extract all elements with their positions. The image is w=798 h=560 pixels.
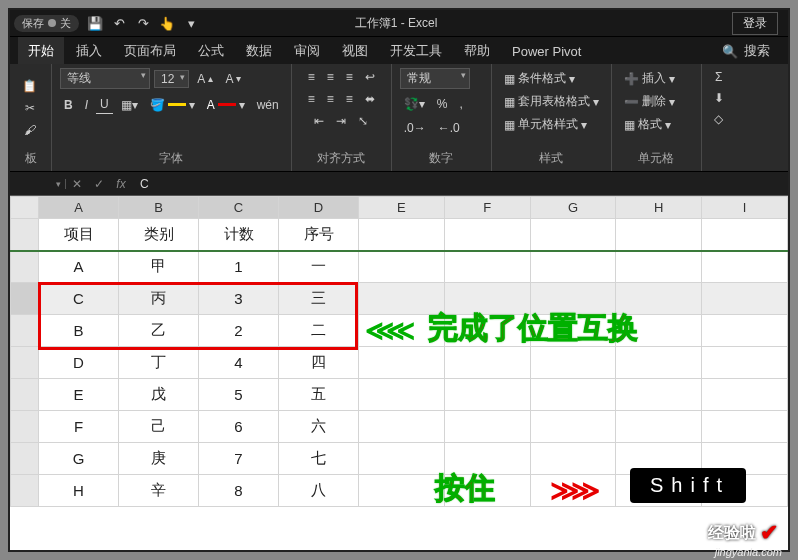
cell[interactable]: E — [39, 379, 119, 411]
table-row[interactable]: E 戊 5 五 — [11, 379, 788, 411]
cell[interactable]: F — [39, 411, 119, 443]
format-cells-button[interactable]: ▦ 格式 ▾ — [620, 114, 675, 135]
fill-color-button[interactable]: 🪣▾ — [146, 96, 199, 114]
align-right-icon[interactable]: ≡ — [342, 90, 357, 108]
cell[interactable]: 1 — [199, 251, 279, 283]
indent-left-icon[interactable]: ⇤ — [310, 112, 328, 130]
table-row[interactable]: F 己 6 六 — [11, 411, 788, 443]
cell[interactable]: 庚 — [119, 443, 199, 475]
format-painter-icon[interactable]: 🖌 — [20, 121, 40, 139]
insert-cells-button[interactable]: ➕ 插入 ▾ — [620, 68, 679, 89]
font-name-select[interactable]: 等线 — [60, 68, 150, 89]
table-row[interactable]: A 甲 1 一 — [11, 251, 788, 283]
col-header[interactable]: E — [359, 197, 445, 219]
col-header[interactable]: G — [530, 197, 616, 219]
cell[interactable]: 乙 — [119, 315, 199, 347]
col-header[interactable]: B — [119, 197, 199, 219]
merge-icon[interactable]: ⬌ — [361, 90, 379, 108]
cut-icon[interactable]: ✂ — [21, 99, 39, 117]
cell[interactable]: 8 — [199, 475, 279, 507]
search-box[interactable]: 🔍 搜索 — [712, 37, 780, 64]
cell[interactable]: 三 — [279, 283, 359, 315]
save-icon[interactable]: 💾 — [87, 15, 103, 31]
cell[interactable]: 5 — [199, 379, 279, 411]
cancel-icon[interactable]: ✕ — [66, 177, 88, 191]
cell[interactable]: 辛 — [119, 475, 199, 507]
col-header[interactable]: F — [444, 197, 530, 219]
tab-powerpivot[interactable]: Power Pivot — [502, 39, 591, 63]
tab-formulas[interactable]: 公式 — [188, 37, 234, 64]
formula-input[interactable]: C — [132, 177, 788, 191]
italic-button[interactable]: I — [81, 96, 92, 114]
table-row[interactable]: 项目 类别 计数 序号 — [11, 219, 788, 251]
login-button[interactable]: 登录 — [732, 12, 778, 35]
col-header[interactable]: H — [616, 197, 702, 219]
increase-font-icon[interactable]: A▴ — [193, 70, 217, 88]
tab-review[interactable]: 审阅 — [284, 37, 330, 64]
row-header[interactable] — [11, 219, 39, 251]
comma-icon[interactable]: , — [455, 95, 466, 113]
cell[interactable]: 七 — [279, 443, 359, 475]
row-header[interactable] — [11, 315, 39, 347]
align-top-icon[interactable]: ≡ — [304, 68, 319, 86]
tab-developer[interactable]: 开发工具 — [380, 37, 452, 64]
wrap-text-icon[interactable]: ↩ — [361, 68, 379, 86]
row-header[interactable] — [11, 379, 39, 411]
tab-insert[interactable]: 插入 — [66, 37, 112, 64]
select-all-corner[interactable] — [11, 197, 39, 219]
autosave-toggle[interactable]: 保存 关 — [14, 15, 79, 32]
cell[interactable]: 戊 — [119, 379, 199, 411]
qat-more-icon[interactable]: ▾ — [183, 15, 199, 31]
table-row[interactable]: D 丁 4 四 — [11, 347, 788, 379]
row-header[interactable] — [11, 443, 39, 475]
tab-data[interactable]: 数据 — [236, 37, 282, 64]
tab-home[interactable]: 开始 — [18, 37, 64, 64]
align-left-icon[interactable]: ≡ — [304, 90, 319, 108]
row-header[interactable] — [11, 251, 39, 283]
increase-decimal-icon[interactable]: .0→ — [400, 119, 430, 137]
tab-help[interactable]: 帮助 — [454, 37, 500, 64]
cell[interactable]: 丙 — [119, 283, 199, 315]
row-header[interactable] — [11, 411, 39, 443]
cell[interactable]: 甲 — [119, 251, 199, 283]
cell[interactable]: A — [39, 251, 119, 283]
cell[interactable]: C — [39, 283, 119, 315]
autosum-icon[interactable]: Σ — [711, 68, 726, 86]
cell[interactable]: 二 — [279, 315, 359, 347]
cell[interactable]: G — [39, 443, 119, 475]
orientation-icon[interactable]: ⤡ — [354, 112, 372, 130]
align-middle-icon[interactable]: ≡ — [323, 68, 338, 86]
tab-view[interactable]: 视图 — [332, 37, 378, 64]
border-button[interactable]: ▦▾ — [117, 96, 142, 114]
cell[interactable]: 八 — [279, 475, 359, 507]
fill-icon[interactable]: ⬇ — [710, 89, 728, 107]
cell[interactable]: 2 — [199, 315, 279, 347]
col-header[interactable]: D — [279, 197, 359, 219]
cell[interactable]: H — [39, 475, 119, 507]
align-center-icon[interactable]: ≡ — [323, 90, 338, 108]
align-bottom-icon[interactable]: ≡ — [342, 68, 357, 86]
cell-styles-button[interactable]: ▦ 单元格样式 ▾ — [500, 114, 591, 135]
redo-icon[interactable]: ↷ — [135, 15, 151, 31]
percent-icon[interactable]: % — [433, 95, 452, 113]
undo-icon[interactable]: ↶ — [111, 15, 127, 31]
cell[interactable]: 四 — [279, 347, 359, 379]
row-header[interactable] — [11, 347, 39, 379]
decrease-decimal-icon[interactable]: ←.0 — [434, 119, 464, 137]
cell[interactable]: 7 — [199, 443, 279, 475]
delete-cells-button[interactable]: ➖ 删除 ▾ — [620, 91, 679, 112]
fx-icon[interactable]: fx — [110, 177, 132, 191]
cell[interactable]: 丁 — [119, 347, 199, 379]
row-header[interactable] — [11, 475, 39, 507]
cell[interactable]: 六 — [279, 411, 359, 443]
touch-mode-icon[interactable]: 👆 — [159, 15, 175, 31]
bold-button[interactable]: B — [60, 96, 77, 114]
col-header[interactable]: I — [702, 197, 788, 219]
cell[interactable]: 一 — [279, 251, 359, 283]
cell[interactable]: 类别 — [119, 219, 199, 251]
cell[interactable]: 3 — [199, 283, 279, 315]
column-headers[interactable]: A B C D E F G H I — [11, 197, 788, 219]
cell[interactable]: 项目 — [39, 219, 119, 251]
clear-icon[interactable]: ◇ — [710, 110, 727, 128]
indent-right-icon[interactable]: ⇥ — [332, 112, 350, 130]
